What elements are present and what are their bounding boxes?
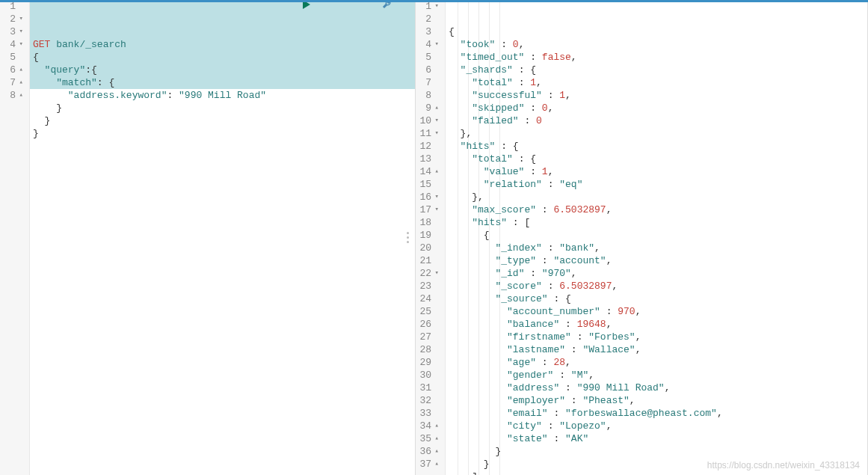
code-line[interactable]: "address" : "990 Mill Road",: [449, 381, 867, 394]
code-line[interactable]: "_score" : 6.5032897,: [449, 280, 867, 292]
line-number: 6▴: [0, 64, 23, 76]
code-line[interactable]: }: [33, 102, 415, 114]
code-line[interactable]: ]: [449, 471, 867, 475]
code-line[interactable]: "firstname" : "Forbes",: [449, 331, 867, 343]
line-number: 3: [416, 25, 439, 38]
line-number: 25: [416, 305, 439, 318]
code-line[interactable]: "total" : {: [449, 153, 867, 165]
code-line[interactable]: {: [449, 229, 867, 242]
fold-toggle-icon[interactable]: ▴: [17, 89, 23, 102]
fold-toggle-icon[interactable]: ▾: [433, 267, 439, 280]
fold-toggle-icon[interactable]: ▾: [433, 191, 439, 203]
code-line[interactable]: "employer" : "Pheast",: [449, 394, 867, 407]
fold-toggle-icon[interactable]: ▾: [433, 203, 439, 216]
line-number: 28: [416, 343, 439, 356]
code-line[interactable]: "gender" : "M",: [449, 369, 867, 381]
line-number: 35▴: [416, 432, 439, 445]
code-line[interactable]: }: [33, 127, 415, 140]
code-line[interactable]: "_id" : "970",: [449, 267, 867, 280]
fold-toggle-icon[interactable]: ▾: [433, 127, 439, 140]
request-gutter: 12▾3▾4▾56▴7▴8▴: [0, 0, 30, 475]
line-number: 32: [416, 394, 439, 407]
fold-toggle-icon[interactable]: ▴: [433, 165, 439, 178]
code-line[interactable]: "_source" : {: [449, 292, 867, 305]
code-line[interactable]: "lastname" : "Wallace",: [449, 343, 867, 356]
code-line[interactable]: "state" : "AK": [449, 432, 867, 445]
code-line[interactable]: "query":{: [33, 64, 415, 76]
fold-toggle-icon[interactable]: ▾: [433, 38, 439, 51]
line-number: 10▾: [416, 114, 439, 127]
request-editor[interactable]: 12▾3▾4▾56▴7▴8▴ GET bank/_search{ "query"…: [0, 0, 415, 475]
code-line[interactable]: "value" : 1,: [449, 165, 867, 178]
fold-toggle-icon[interactable]: ▴: [433, 420, 439, 432]
code-line[interactable]: }: [449, 445, 867, 458]
fold-toggle-icon[interactable]: ▴: [433, 432, 439, 445]
code-line[interactable]: "_type" : "account",: [449, 254, 867, 267]
response-panel: 1▾234▾56789▴10▾11▾121314▴1516▾17▾1819202…: [416, 0, 868, 475]
line-number: 18: [416, 216, 439, 229]
line-number: 15: [416, 178, 439, 191]
code-line[interactable]: }: [33, 114, 415, 127]
line-number: 4▾: [0, 38, 23, 51]
run-icon[interactable]: [238, 0, 312, 26]
fold-toggle-icon[interactable]: ▾: [433, 114, 439, 127]
fold-toggle-icon[interactable]: ▴: [17, 76, 23, 89]
top-accent-bar: [0, 0, 868, 2]
line-number: 2▾: [0, 13, 23, 25]
code-line[interactable]: "email" : "forbeswallace@pheast.com",: [449, 407, 867, 420]
code-line[interactable]: "city" : "Lopezo",: [449, 420, 867, 432]
line-number: 3▾: [0, 25, 23, 38]
wrench-icon[interactable]: [319, 0, 393, 26]
code-line[interactable]: "relation" : "eq": [449, 178, 867, 191]
line-number: 5: [0, 51, 23, 64]
response-code[interactable]: { "took" : 0, "timed_out" : false, "_sha…: [446, 0, 867, 475]
line-number: 19: [416, 229, 439, 242]
code-line[interactable]: "hits" : [: [449, 216, 867, 229]
fold-toggle-icon[interactable]: ▴: [433, 102, 439, 114]
fold-toggle-icon[interactable]: ▾: [17, 38, 23, 51]
fold-toggle-icon[interactable]: ▴: [433, 458, 439, 471]
code-line[interactable]: GET bank/_search: [33, 38, 415, 51]
response-gutter: 1▾234▾56789▴10▾11▾121314▴1516▾17▾1819202…: [416, 0, 446, 475]
code-line[interactable]: "successful" : 1,: [449, 89, 867, 102]
line-number: 17▾: [416, 203, 439, 216]
fold-toggle-icon[interactable]: ▴: [433, 445, 439, 458]
line-number: 34▴: [416, 420, 439, 432]
line-number: 31: [416, 381, 439, 394]
line-number: 36▴: [416, 445, 439, 458]
line-number: 23: [416, 280, 439, 292]
request-code[interactable]: GET bank/_search{ "query":{ "match": { "…: [30, 0, 415, 475]
fold-toggle-icon[interactable]: ▴: [17, 64, 23, 76]
line-number: 11▾: [416, 127, 439, 140]
line-number: 8: [416, 89, 439, 102]
code-line[interactable]: "match": {: [33, 76, 415, 89]
code-line[interactable]: "balance" : 19648,: [449, 318, 867, 331]
code-line[interactable]: "took" : 0,: [449, 38, 867, 51]
code-line[interactable]: "age" : 28,: [449, 356, 867, 369]
code-line[interactable]: "_shards" : {: [449, 64, 867, 76]
code-line[interactable]: "hits" : {: [449, 140, 867, 153]
code-line[interactable]: "address.keyword": "990 Mill Road": [33, 89, 415, 102]
code-line[interactable]: "failed" : 0: [449, 114, 867, 127]
code-line[interactable]: {: [33, 51, 415, 64]
code-line[interactable]: "total" : 1,: [449, 76, 867, 89]
code-line[interactable]: "timed_out" : false,: [449, 51, 867, 64]
code-line[interactable]: "skipped" : 0,: [449, 102, 867, 114]
line-number: 33: [416, 407, 439, 420]
line-number: 20: [416, 242, 439, 254]
code-line[interactable]: "_index" : "bank",: [449, 242, 867, 254]
response-editor[interactable]: 1▾234▾56789▴10▾11▾121314▴1516▾17▾1819202…: [416, 0, 867, 475]
line-number: 7: [416, 76, 439, 89]
code-line[interactable]: },: [449, 191, 867, 203]
code-line[interactable]: },: [449, 127, 867, 140]
line-number: 21: [416, 254, 439, 267]
line-number: 27: [416, 331, 439, 343]
line-number: 29: [416, 356, 439, 369]
code-line[interactable]: "max_score" : 6.5032897,: [449, 203, 867, 216]
fold-toggle-icon[interactable]: ▾: [17, 13, 23, 25]
code-line[interactable]: "account_number" : 970,: [449, 305, 867, 318]
code-line[interactable]: {: [449, 25, 867, 38]
line-number: 14▴: [416, 165, 439, 178]
fold-toggle-icon[interactable]: ▾: [17, 25, 23, 38]
line-number: 37▴: [416, 458, 439, 471]
